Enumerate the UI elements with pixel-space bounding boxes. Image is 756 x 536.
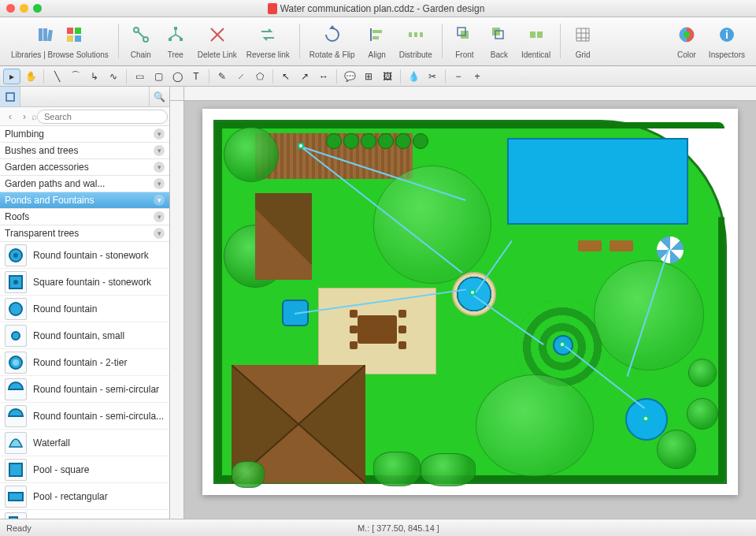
category-label: Transparent trees	[5, 228, 79, 239]
rect-tool[interactable]: ▭	[131, 69, 148, 84]
category-item[interactable]: Garden paths and wal...▾	[0, 176, 169, 192]
library-item[interactable]: Round fountain, small	[0, 322, 169, 349]
library-item-thumbnail	[5, 298, 27, 320]
svg-rect-6	[75, 35, 81, 42]
libraries-button[interactable]	[33, 22, 58, 47]
table-tool[interactable]: ⊞	[360, 69, 377, 84]
line-tool[interactable]: ╲	[48, 69, 65, 84]
drawing-tools-bar: ▸ ✋ ╲ ⌒ ↳ ∿ ▭ ▢ ◯ T ✎ ⟋ ⬠ ↖ ↗ ↔ 💬 ⊞ 🖼 💧 …	[0, 66, 756, 87]
garden-shed[interactable]	[255, 193, 312, 280]
library-item[interactable]: Pool - square	[0, 456, 169, 483]
library-item-thumbnail	[5, 271, 27, 293]
inspectors-button[interactable]: i	[714, 22, 739, 47]
spline-tool[interactable]: ∿	[105, 69, 122, 84]
sidebar-nav-fwd[interactable]: ›	[19, 111, 30, 122]
library-item[interactable]: Round fountain - semi-circular	[0, 376, 169, 403]
sidebar-search-input[interactable]	[37, 110, 168, 124]
category-item[interactable]: Plumbing▾	[0, 126, 169, 143]
sidebar-nav-back[interactable]: ‹	[5, 111, 16, 122]
arc-tool[interactable]: ⌒	[67, 69, 84, 84]
svg-rect-21	[372, 36, 379, 39]
library-item[interactable]: Pool - L-shaped	[0, 510, 169, 519]
library-item-label: Round fountain - semi-circular	[33, 384, 159, 395]
delete-link-label: Delete Link	[198, 50, 237, 59]
zoom-window-button[interactable]	[33, 4, 42, 13]
callout-tool[interactable]: 💬	[341, 69, 358, 84]
category-disclosure-icon[interactable]: ▾	[154, 128, 165, 140]
library-item[interactable]: Round fountain - 2-tier	[0, 349, 169, 376]
library-item[interactable]: Round fountain - semi-circula...	[0, 403, 169, 430]
category-label: Ponds and Fountains	[5, 195, 94, 206]
front-button[interactable]	[452, 22, 477, 47]
shape-library-list: Round fountain - stoneworkSquare fountai…	[0, 242, 169, 519]
pointer-tool[interactable]: ▸	[3, 69, 20, 84]
tree-button[interactable]	[163, 22, 188, 47]
reverse-link-button[interactable]	[255, 22, 280, 47]
bezier-tool[interactable]: ✎	[213, 69, 231, 84]
category-disclosure-icon[interactable]: ▾	[154, 162, 165, 173]
delete-link-button[interactable]	[205, 22, 230, 47]
ruler-vertical[interactable]	[170, 101, 184, 519]
color-button[interactable]	[674, 22, 699, 47]
library-item-thumbnail	[5, 512, 27, 519]
library-item[interactable]: Round fountain - stonework	[0, 242, 169, 269]
zoom-in-tool[interactable]: +	[469, 69, 486, 84]
category-item[interactable]: Transparent trees▾	[0, 225, 169, 242]
chain-button[interactable]	[128, 22, 154, 47]
sidebar-tab-search[interactable]: 🔍	[149, 87, 169, 106]
identical-button[interactable]	[524, 22, 549, 47]
category-item[interactable]: Garden accessories▾	[0, 159, 169, 176]
distribute-button[interactable]	[403, 22, 428, 47]
library-item-thumbnail	[5, 352, 27, 374]
identical-label: Identical	[521, 50, 550, 59]
text-tool[interactable]: T	[187, 69, 205, 84]
window-controls	[6, 4, 42, 13]
rotate-flip-button[interactable]	[320, 22, 345, 47]
library-item[interactable]: Square fountain - stonework	[0, 269, 169, 296]
svg-line-9	[138, 32, 144, 38]
library-item[interactable]: Waterfall	[0, 430, 169, 456]
tree-label: Tree	[168, 50, 183, 59]
hand-tool[interactable]: ✋	[22, 69, 39, 84]
library-item[interactable]: Round fountain	[0, 296, 169, 322]
svg-rect-20	[372, 30, 382, 33]
polyline-tool[interactable]: ⟋	[232, 69, 250, 84]
status-coordinates: M.: [ 377.50, 845.14 ]	[358, 523, 439, 533]
zoom-out-tool[interactable]: −	[450, 69, 467, 84]
page[interactable]	[202, 109, 738, 495]
ruler-horizontal[interactable]	[184, 87, 756, 101]
category-disclosure-icon[interactable]: ▾	[154, 145, 165, 156]
window-title-text: Water communication plan.cddz - Garden d…	[280, 3, 485, 14]
arrow-left-tool[interactable]: ↖	[277, 69, 295, 84]
back-button[interactable]	[487, 22, 512, 47]
category-item[interactable]: Roofs▾	[0, 209, 169, 225]
category-disclosure-icon[interactable]: ▾	[154, 178, 165, 189]
align-label: Align	[369, 50, 386, 59]
image-tool[interactable]: 🖼	[379, 69, 396, 84]
grid-button[interactable]	[570, 22, 595, 47]
align-button[interactable]	[365, 22, 390, 47]
category-disclosure-icon[interactable]: ▾	[154, 211, 165, 222]
category-disclosure-icon[interactable]: ▾	[154, 228, 165, 239]
roundrect-tool[interactable]: ▢	[150, 69, 167, 84]
connector-tool[interactable]: ↳	[86, 69, 103, 84]
close-window-button[interactable]	[6, 4, 15, 13]
polygon-tool[interactable]: ⬠	[251, 69, 269, 84]
sidebar-tab-shapes[interactable]	[0, 87, 20, 106]
search-icon: ⌕	[32, 111, 37, 122]
library-item-thumbnail	[5, 459, 27, 481]
browse-solutions-button[interactable]	[61, 22, 87, 47]
crop-tool[interactable]: ✂	[424, 69, 441, 84]
minimize-window-button[interactable]	[20, 4, 28, 13]
category-item[interactable]: Bushes and trees▾	[0, 143, 169, 159]
eyedropper-tool[interactable]: 💧	[405, 69, 422, 84]
library-item[interactable]: Pool - rectangular	[0, 483, 169, 510]
category-item[interactable]: Ponds and Fountains▾	[0, 192, 169, 209]
ellipse-tool[interactable]: ◯	[169, 69, 186, 84]
arrow-double-tool[interactable]: ↔	[315, 69, 332, 84]
svg-rect-5	[67, 35, 73, 42]
category-disclosure-icon[interactable]: ▾	[154, 195, 165, 206]
drawing-canvas[interactable]	[184, 101, 756, 519]
swimming-pool[interactable]	[507, 138, 688, 225]
arrow-tool[interactable]: ↗	[296, 69, 313, 84]
